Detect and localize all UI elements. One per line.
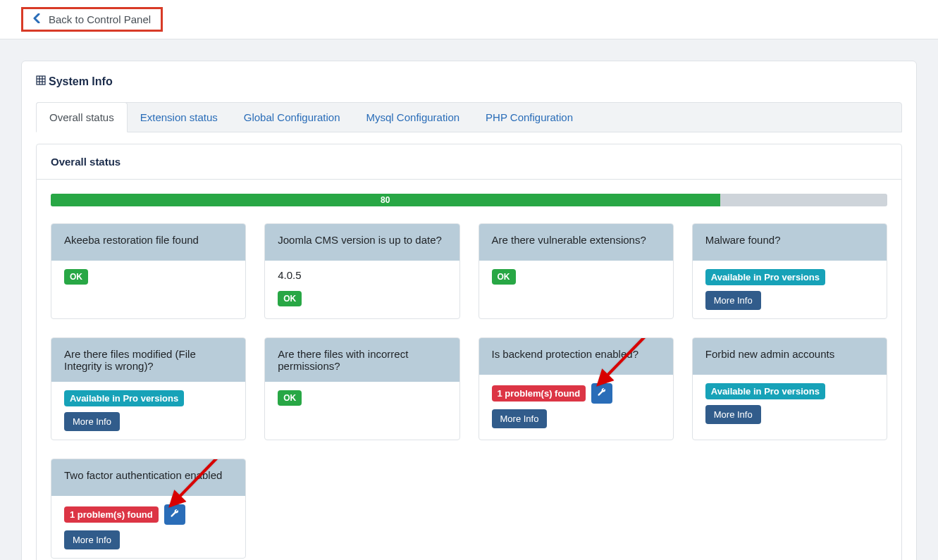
status-card: Malware found?Available in Pro versionsM… xyxy=(692,223,887,319)
problem-badge: 1 problem(s) found xyxy=(64,506,159,523)
wrench-icon xyxy=(170,509,180,521)
card-title: Joomla CMS version is up to date? xyxy=(265,224,459,261)
status-card: Are there files with incorrect permissio… xyxy=(264,337,459,440)
tab-overall-status[interactable]: Overall status xyxy=(36,102,128,132)
more-info-button[interactable]: More Info xyxy=(705,291,761,310)
card-title: Two factor authentication enabled xyxy=(51,459,245,496)
card-title: Are there files with incorrect permissio… xyxy=(265,338,459,382)
content-header: Overall status xyxy=(37,144,901,180)
back-label: Back to Control Panel xyxy=(49,13,151,25)
chevron-left-icon xyxy=(33,13,40,25)
card-title: Are there vulnerable extensions? xyxy=(479,224,673,261)
card-body: OK xyxy=(265,382,459,414)
status-card: Joomla CMS version is up to date?4.0.5OK xyxy=(264,223,459,319)
back-to-control-panel-button[interactable]: Back to Control Panel xyxy=(21,7,163,32)
card-title: Malware found? xyxy=(693,224,887,261)
card-title: Forbid new admin accounts xyxy=(693,338,887,375)
progress-bar-fill: 80 xyxy=(51,194,720,206)
more-info-button[interactable]: More Info xyxy=(64,530,120,549)
tab-mysql-configuration[interactable]: Mysql Configuration xyxy=(354,103,474,132)
svg-rect-0 xyxy=(37,76,45,85)
status-card: Are there files modified (File Integrity… xyxy=(51,337,246,440)
progress-bar-track: 80 xyxy=(51,194,887,206)
pro-badge: Available in Pro versions xyxy=(705,383,825,399)
content-panel: Overall status 80 Akeeba restoration fil… xyxy=(36,144,902,560)
card-body: OK xyxy=(51,261,245,293)
card-body: 4.0.5OK xyxy=(265,261,459,315)
more-info-button[interactable]: More Info xyxy=(492,409,548,428)
card-body: 1 problem(s) foundMore Info xyxy=(479,375,673,437)
status-card: Akeeba restoration file foundOK xyxy=(51,223,246,319)
card-body: Available in Pro versionsMore Info xyxy=(693,375,887,433)
card-title: Are there files modified (File Integrity… xyxy=(51,338,245,382)
version-value: 4.0.5 xyxy=(278,269,446,281)
tab-global-configuration[interactable]: Global Configuration xyxy=(231,103,354,132)
ok-badge: OK xyxy=(278,390,302,406)
pro-badge: Available in Pro versions xyxy=(64,390,184,406)
ok-badge: OK xyxy=(492,269,516,285)
card-body: 1 problem(s) foundMore Info xyxy=(51,496,245,558)
wrench-icon xyxy=(597,387,607,399)
card-body: Available in Pro versionsMore Info xyxy=(51,382,245,440)
tabs: Overall statusExtension statusGlobal Con… xyxy=(36,102,902,132)
fix-button[interactable] xyxy=(591,383,612,404)
ok-badge: OK xyxy=(64,269,88,285)
card-title: Is backend protection enabled? xyxy=(479,338,673,375)
status-card: Two factor authentication enabled1 probl… xyxy=(51,459,246,559)
ok-badge: OK xyxy=(278,291,302,306)
tab-extension-status[interactable]: Extension status xyxy=(128,103,231,132)
problem-badge: 1 problem(s) found xyxy=(492,385,586,402)
system-info-panel: System Info Overall statusExtension stat… xyxy=(21,61,917,560)
grid-icon xyxy=(36,75,46,88)
status-card: Forbid new admin accountsAvailable in Pr… xyxy=(692,337,887,440)
status-card: Are there vulnerable extensions?OK xyxy=(479,223,674,319)
toolbar: Back to Control Panel xyxy=(0,0,938,39)
content-body: 80 Akeeba restoration file foundOKJoomla… xyxy=(37,180,901,560)
fix-button[interactable] xyxy=(164,504,185,525)
more-info-button[interactable]: More Info xyxy=(705,405,761,424)
tab-php-configuration[interactable]: PHP Configuration xyxy=(473,103,586,132)
status-card: Is backend protection enabled?1 problem(… xyxy=(479,337,674,440)
card-title: Akeeba restoration file found xyxy=(51,224,245,261)
panel-title: System Info xyxy=(22,75,916,102)
card-body: Available in Pro versionsMore Info xyxy=(693,261,887,318)
pro-badge: Available in Pro versions xyxy=(705,269,825,285)
card-body: OK xyxy=(479,261,673,293)
more-info-button[interactable]: More Info xyxy=(64,412,120,431)
status-cards-grid: Akeeba restoration file foundOKJoomla CM… xyxy=(51,223,887,559)
